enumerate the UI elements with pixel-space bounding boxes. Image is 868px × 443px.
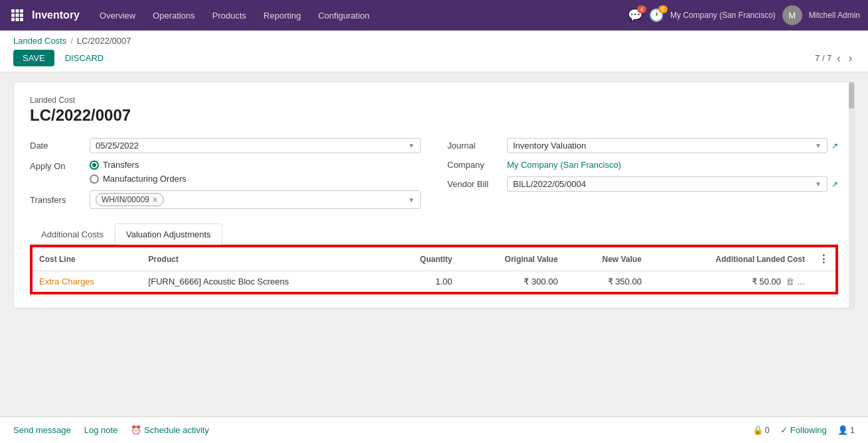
- user-name: Mitchell Admin: [809, 11, 860, 20]
- company-label: Company: [447, 160, 507, 170]
- app-title: Inventory: [32, 9, 80, 21]
- apps-grid-icon[interactable]: [8, 6, 27, 25]
- date-dropdown-arrow: ▼: [408, 142, 415, 149]
- valuation-table: Cost Line Product Quantity Original Valu…: [31, 246, 837, 293]
- breadcrumb: Landed Costs / LC/2022/0007: [13, 36, 855, 46]
- delete-row-icon[interactable]: 🗑: [786, 277, 794, 286]
- cell-additional-landed-cost: ₹ 50.00 🗑 …: [648, 271, 812, 293]
- chat-notification[interactable]: 💬 4: [628, 8, 642, 23]
- date-field-group: Date 05/25/2022 ▼: [30, 138, 421, 153]
- nav-products[interactable]: Products: [204, 7, 254, 25]
- radio-dot-manufacturing: [90, 174, 99, 184]
- journal-input[interactable]: Inventory Valuation ▼: [507, 138, 828, 153]
- activity-badge: 5: [658, 5, 668, 13]
- svg-rect-4: [16, 14, 19, 17]
- three-dots-header[interactable]: ⋮: [818, 253, 829, 265]
- form-title: LC/2022/0007: [30, 106, 838, 125]
- transfer-tag-label: WH/IN/00009: [102, 195, 149, 204]
- top-navigation: Inventory Overview Operations Products R…: [0, 0, 868, 31]
- svg-rect-3: [11, 14, 15, 17]
- apply-on-field-group: Apply On Transfers Manufacturing Orders: [30, 160, 421, 184]
- svg-rect-2: [20, 9, 23, 13]
- pagination-next[interactable]: ›: [846, 51, 855, 66]
- journal-dropdown-arrow: ▼: [815, 142, 822, 149]
- nav-configuration[interactable]: Configuration: [310, 7, 377, 25]
- scrollbar[interactable]: [849, 82, 854, 308]
- top-nav-right: 💬 4 🕐 5 My Company (San Francisco) M Mit…: [628, 5, 860, 25]
- nav-reporting[interactable]: Reporting: [255, 7, 309, 25]
- svg-rect-5: [20, 14, 23, 17]
- breadcrumb-separator: /: [70, 36, 73, 46]
- apply-on-label: Apply On: [30, 161, 90, 171]
- vendor-bill-dropdown-arrow: ▼: [815, 180, 822, 188]
- date-label: Date: [30, 141, 90, 151]
- cell-cost-line: Extra Charges: [32, 271, 142, 293]
- company-selector[interactable]: My Company (San Francisco): [670, 11, 776, 20]
- svg-rect-1: [16, 9, 19, 13]
- pagination-prev[interactable]: ‹: [834, 51, 843, 66]
- col-new-value: New Value: [565, 247, 648, 271]
- pagination: 7 / 7 ‹ ›: [815, 51, 855, 66]
- journal-ext-link[interactable]: ↗: [832, 141, 838, 151]
- radio-dot-transfers: [90, 160, 99, 170]
- cell-product: [FURN_6666] Acoustic Bloc Screens: [142, 271, 387, 293]
- date-value: 05/25/2022: [96, 141, 405, 151]
- radio-transfers[interactable]: Transfers: [90, 160, 186, 170]
- col-quantity: Quantity: [386, 247, 459, 271]
- save-button[interactable]: SAVE: [13, 50, 54, 66]
- cell-row-actions: [812, 271, 836, 293]
- tab-valuation-adjustments[interactable]: Valuation Adjustments: [115, 223, 222, 245]
- col-product: Product: [142, 247, 387, 271]
- action-bar: SAVE DISCARD 7 / 7 ‹ ›: [13, 50, 855, 72]
- company-value: My Company (San Francisco): [507, 160, 621, 170]
- table-row: Extra Charges [FURN_6666] Acoustic Bloc …: [32, 271, 836, 293]
- avatar[interactable]: M: [782, 5, 802, 25]
- radio-manufacturing[interactable]: Manufacturing Orders: [90, 174, 186, 184]
- radio-transfers-label: Transfers: [103, 160, 139, 170]
- breadcrumb-parent[interactable]: Landed Costs: [13, 36, 66, 46]
- activity-notification[interactable]: 🕐 5: [649, 8, 664, 23]
- transfers-dropdown-arrow: ▼: [408, 196, 415, 204]
- col-cost-line: Cost Line: [32, 247, 142, 271]
- vendor-bill-input[interactable]: BILL/2022/05/0004 ▼: [507, 176, 828, 192]
- transfers-label: Transfers: [30, 195, 90, 205]
- tabs: Additional Costs Valuation Adjustments: [30, 223, 838, 245]
- journal-field-group: Journal Inventory Valuation ▼ ↗: [447, 138, 838, 153]
- tab-additional-costs[interactable]: Additional Costs: [30, 223, 115, 245]
- pagination-text: 7 / 7: [815, 53, 832, 63]
- fields-right: Journal Inventory Valuation ▼ ↗ Company …: [447, 138, 838, 216]
- main-content: Landed Cost LC/2022/0007 Date 05/25/2022…: [0, 72, 868, 421]
- col-original-value: Original Value: [459, 247, 564, 271]
- journal-value: Inventory Valuation: [513, 141, 812, 151]
- vendor-bill-field-group: Vendor Bill BILL/2022/05/0004 ▼ ↗: [447, 176, 838, 192]
- nav-overview[interactable]: Overview: [92, 7, 143, 25]
- col-additional-landed-cost: Additional Landed Cost: [648, 247, 812, 271]
- vendor-bill-ext-link[interactable]: ↗: [832, 180, 838, 189]
- breadcrumb-bar: Landed Costs / LC/2022/0007 SAVE DISCARD…: [0, 31, 868, 72]
- row-more-icon[interactable]: …: [797, 277, 805, 286]
- svg-rect-6: [11, 18, 15, 21]
- footer-bar: Send message Log note ⏰ Schedule activit…: [0, 416, 868, 421]
- cell-new-value: ₹ 350.00: [565, 271, 648, 293]
- form-label: Landed Cost: [30, 95, 838, 105]
- form-card: Landed Cost LC/2022/0007 Date 05/25/2022…: [13, 82, 855, 308]
- transfers-field-group: Transfers WH/IN/00009 ✕ ▼: [30, 190, 421, 209]
- cell-original-value: ₹ 300.00: [459, 271, 564, 293]
- transfer-tag: WH/IN/00009 ✕: [96, 193, 164, 206]
- svg-rect-8: [20, 18, 23, 21]
- valuation-table-wrapper: Cost Line Product Quantity Original Valu…: [30, 245, 838, 294]
- nav-menu: Overview Operations Products Reporting C…: [92, 7, 628, 25]
- nav-operations[interactable]: Operations: [145, 7, 203, 25]
- cell-quantity: 1.00: [386, 271, 459, 293]
- transfers-input[interactable]: WH/IN/00009 ✕ ▼: [90, 190, 421, 209]
- date-input[interactable]: 05/25/2022 ▼: [90, 138, 421, 153]
- transfer-tag-close[interactable]: ✕: [152, 196, 158, 204]
- svg-rect-7: [16, 18, 19, 21]
- chat-badge: 4: [637, 5, 646, 13]
- table-header-row: Cost Line Product Quantity Original Valu…: [32, 247, 836, 271]
- fields-left: Date 05/25/2022 ▼ Apply On Transfers: [30, 138, 421, 216]
- col-actions: ⋮: [812, 247, 836, 271]
- discard-button[interactable]: DISCARD: [60, 50, 109, 66]
- fields-section: Date 05/25/2022 ▼ Apply On Transfers: [30, 138, 838, 216]
- vendor-bill-label: Vendor Bill: [447, 179, 507, 189]
